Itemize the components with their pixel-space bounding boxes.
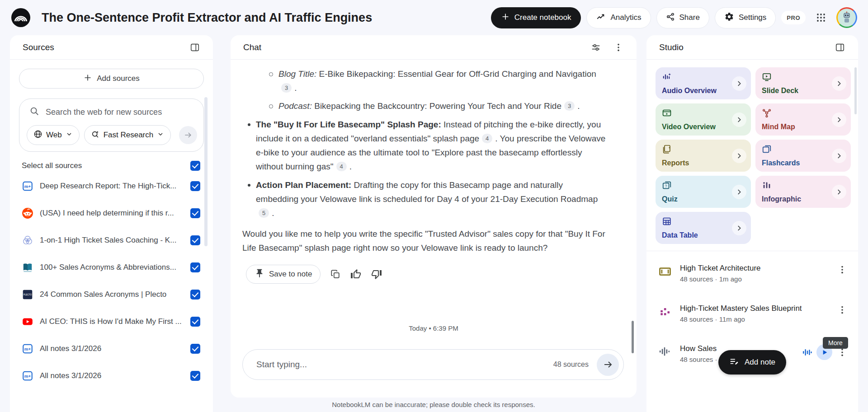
studio-note-row[interactable]: High Ticket Architecture 48 sources · 1m… [656,264,848,283]
sources-panel-title: Sources [23,42,185,52]
source-checkbox[interactable] [190,344,200,354]
flashcards-icon [762,144,832,154]
collapse-sources-panel-button[interactable] [185,37,205,57]
share-button[interactable]: Share [656,7,709,28]
bullet-tail: . [294,83,297,93]
open-tool-button[interactable] [732,76,746,91]
tool-card-reports[interactable]: Reports [656,140,751,172]
svg-text:m+: m+ [24,374,31,379]
tool-card-slide-deck[interactable]: Slide Deck [755,67,851,99]
share-label: Share [679,13,700,22]
chat-settings-button[interactable] [586,37,606,57]
web-search-input[interactable] [46,108,197,117]
chat-input[interactable] [256,360,553,370]
audio-waveform-icon[interactable] [802,347,812,358]
tool-card-infographic[interactable]: Infographic [755,176,851,208]
source-checkbox[interactable] [190,181,200,191]
chat-bullet: The "Buy It For Life Basecamp" Splash Pa… [256,117,606,173]
tool-card-mind-map[interactable]: Mind Map [755,103,851,136]
search-submit-button[interactable] [179,126,197,144]
chevron-down-icon [66,131,73,140]
citation-chip[interactable]: 4 [482,134,492,143]
send-message-button[interactable] [597,354,619,376]
note-source-icon: m+ [22,180,33,192]
citation-chip[interactable]: 5 [259,208,269,218]
tool-card-quiz[interactable]: ? Quiz [656,176,751,208]
chat-source-count: 48 sources [553,360,589,369]
source-row[interactable]: m+Deep Research Report: The High-Tick... [19,173,204,200]
source-checkbox[interactable] [190,262,200,272]
audio-icon [662,72,732,82]
apps-grid-button[interactable] [811,8,831,28]
globe-icon [33,130,42,141]
notebook-title[interactable]: The One-Sentence Profit Extractor and AI… [42,11,372,25]
citation-chip[interactable]: 3 [281,83,292,93]
chat-bullet: Action Plan Placement: Drafting the copy… [256,178,606,220]
source-title: 1-on-1 High Ticket Sales Coaching - K... [40,236,184,245]
user-avatar[interactable] [836,7,857,28]
source-title: AI CEO: THIS is How I'd Make My First ..… [40,317,184,326]
source-row[interactable]: m+All notes 3/1/2026 [19,362,204,389]
source-checkbox[interactable] [190,235,200,245]
create-notebook-button[interactable]: Create notebook [491,7,581,28]
chat-closing-paragraph: Would you like me to help you write the … [242,227,606,255]
tool-card-flashcards[interactable]: Flashcards [755,140,851,172]
citation-chip[interactable]: 3 [564,101,575,111]
chat-actions-row: Save to note [246,265,606,284]
open-tool-button[interactable] [832,185,846,199]
copy-response-button[interactable] [330,269,340,279]
source-row[interactable]: m+All notes 3/1/2026 [19,335,204,362]
settings-button[interactable]: Settings [715,7,776,28]
studio-panel-title: Studio [659,42,830,52]
thumbs-down-button[interactable] [371,269,382,280]
sources-scrollbar[interactable] [204,97,208,246]
studio-header: Studio [646,35,858,60]
notebooklm-logo-icon[interactable] [11,8,31,28]
open-tool-button[interactable] [832,112,846,127]
select-all-checkbox[interactable] [190,161,200,171]
source-row[interactable]: 1-on-1 High Ticket Sales Coaching - K... [19,227,204,254]
source-row[interactable]: PLECTO24 Common Sales Acronyms | Plecto [19,281,204,308]
source-title: 100+ Sales Acronyms & Abbreviations... [40,263,184,272]
open-tool-button[interactable] [732,149,746,163]
collapse-studio-panel-button[interactable] [830,37,850,57]
source-title: 24 Common Sales Acronyms | Plecto [40,290,184,299]
tool-card-audio-overview[interactable]: Audio Overview [656,67,751,99]
analytics-button[interactable]: Analytics [586,7,651,28]
tool-card-video-overview[interactable]: Video Overview [656,103,751,136]
source-checkbox[interactable] [190,290,200,300]
chat-column: Chat Blog Title: E-Bike Bikepacking: Ess… [231,35,637,412]
chat-scrollbar[interactable] [632,321,634,353]
add-sources-button[interactable]: Add sources [19,69,204,89]
source-checkbox[interactable] [190,371,200,381]
save-to-note-button[interactable]: Save to note [246,265,321,284]
source-checkbox[interactable] [190,208,200,218]
web-scope-chip[interactable]: Web [27,125,80,145]
tool-card-data-table[interactable]: Data Table [656,212,751,244]
add-note-button[interactable]: Add note [718,350,786,375]
source-row[interactable]: (USA) I need help determining if this r.… [19,200,204,227]
source-checkbox[interactable] [190,317,200,327]
citation-chip[interactable]: 4 [336,162,347,171]
slides-icon [762,72,832,82]
trending-up-icon [596,12,606,24]
note-more-button[interactable] [836,264,848,276]
bullet-text: Bikepacking the Backcountry: Powering Yo… [312,101,561,111]
open-tool-button[interactable] [732,221,746,235]
research-mode-chip[interactable]: Fast Research [84,125,171,145]
open-tool-button[interactable] [832,76,846,91]
open-tool-button[interactable] [732,112,746,127]
thumbs-up-button[interactable] [350,269,361,280]
gear-icon [724,12,734,24]
studio-scrollbar[interactable] [854,67,857,114]
chat-message-area[interactable]: Blog Title: E-Bike Bikepacking: Essentia… [231,60,637,324]
chat-more-button[interactable] [609,37,628,57]
analytics-label: Analytics [610,13,641,22]
note-more-button[interactable] [836,304,848,316]
infographic-icon [762,180,832,190]
source-row[interactable]: AI CEO: THIS is How I'd Make My First ..… [19,308,204,335]
open-tool-button[interactable] [732,185,746,199]
source-row[interactable]: 100+ Sales Acronyms & Abbreviations... [19,254,204,281]
open-tool-button[interactable] [832,149,846,163]
studio-note-row[interactable]: High-Ticket Mastery Sales Blueprint 48 s… [656,304,848,323]
